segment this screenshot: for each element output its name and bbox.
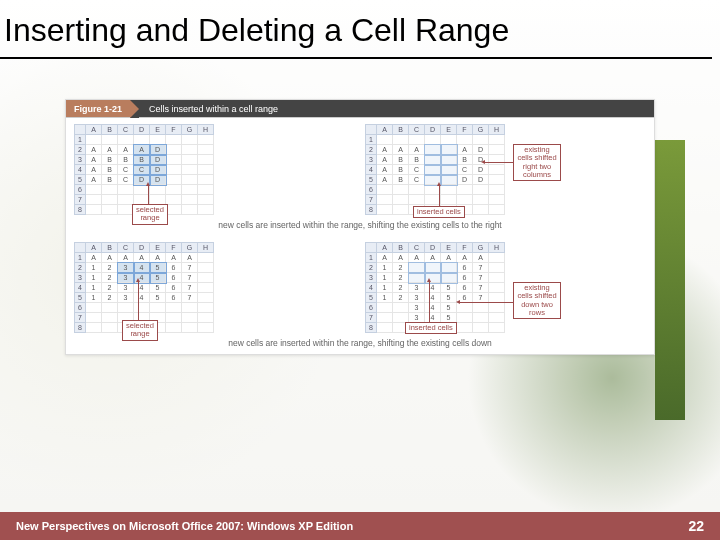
callout-shift-down: existing cells shifted down two rows bbox=[513, 282, 561, 319]
spreadsheet-top-left: ABCDEFGH 1 2AAAAD 3ABBBD 4ABCCD 5ABCDD 6… bbox=[74, 124, 214, 215]
slide-footer: New Perspectives on Microsoft Office 200… bbox=[0, 512, 720, 540]
figure-number: Figure 1-21 bbox=[66, 100, 130, 117]
figure-embed: Figure 1-21 Cells inserted within a cell… bbox=[65, 99, 655, 355]
grids-row-bottom: ABCDEFGH 1AAAAAAA 21234567 31234567 4123… bbox=[66, 236, 654, 335]
callout-arrow bbox=[138, 282, 139, 322]
page-title: Inserting and Deleting a Cell Range bbox=[0, 0, 712, 59]
callout-arrow bbox=[439, 186, 440, 208]
grid-bottom-right: ABCDEFGH 1AAAAAAA 21267 31267 41234567 5… bbox=[365, 242, 646, 333]
callout-inserted-cells-2: inserted cells bbox=[405, 322, 457, 334]
grid-top-left: ABCDEFGH 1 2AAAAD 3ABBBD 4ABCCD 5ABCDD 6… bbox=[74, 124, 355, 215]
callout-selected-range-2: selectedrange bbox=[122, 320, 158, 341]
figure-arrow-icon bbox=[130, 100, 139, 118]
grid-bottom-left: ABCDEFGH 1AAAAAAA 21234567 31234567 4123… bbox=[74, 242, 355, 333]
slide-content: Inserting and Deleting a Cell Range Figu… bbox=[0, 0, 720, 355]
page-number: 22 bbox=[688, 518, 704, 534]
grids-row-top: ABCDEFGH 1 2AAAAD 3ABBBD 4ABCCD 5ABCDD 6… bbox=[66, 118, 654, 217]
callout-shift-right: existing cells shifted right two columns bbox=[513, 144, 561, 181]
footer-text: New Perspectives on Microsoft Office 200… bbox=[16, 520, 353, 532]
spreadsheet-bottom-right: ABCDEFGH 1AAAAAAA 21267 31267 41234567 5… bbox=[365, 242, 505, 333]
spreadsheet-top-right: ABCDEFGH 1 2AAAAD 3ABBBD 4ABCCD 5ABCDD 6… bbox=[365, 124, 505, 215]
callout-selected-range: selectedrange bbox=[132, 204, 168, 225]
figure-header: Figure 1-21 Cells inserted within a cell… bbox=[66, 100, 654, 118]
figure-title: Cells inserted within a cell range bbox=[139, 100, 654, 117]
callout-arrow bbox=[148, 186, 149, 206]
grid-top-right: ABCDEFGH 1 2AAAAD 3ABBBD 4ABCCD 5ABCDD 6… bbox=[365, 124, 646, 215]
callout-arrow bbox=[429, 282, 430, 324]
callout-arrow bbox=[460, 302, 515, 303]
callout-arrow bbox=[485, 162, 515, 163]
callout-inserted-cells: inserted cells bbox=[413, 206, 465, 218]
